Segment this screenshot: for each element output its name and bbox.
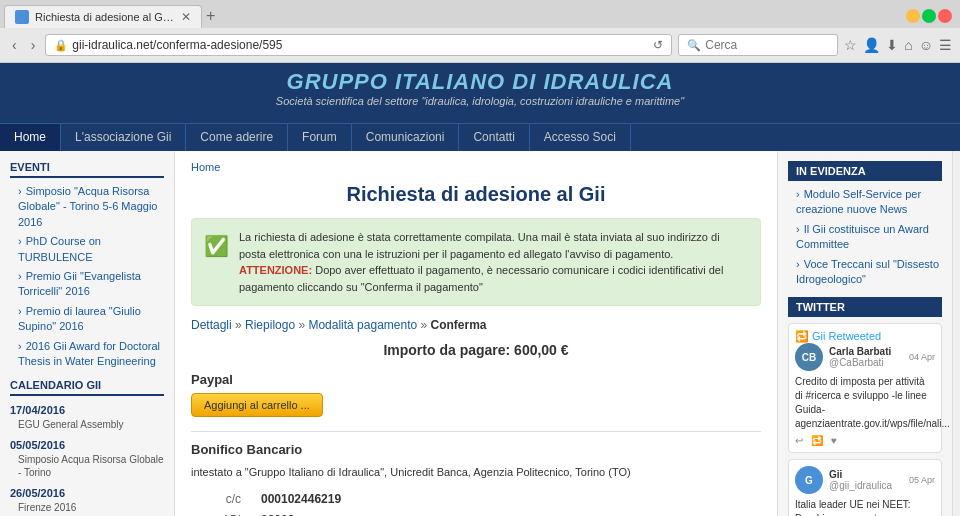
sidebar-item-simposio[interactable]: Simposio "Acqua Risorsa Globale" - Torin… xyxy=(10,184,164,230)
home-icon[interactable]: ⌂ xyxy=(904,37,912,53)
menu-icon[interactable]: ☰ xyxy=(939,37,952,53)
center-content: Home Richiesta di adesione al Gii ✅ La r… xyxy=(175,151,777,516)
url-box[interactable]: 🔒 gii-idraulica.net/conferma-adesione/59… xyxy=(45,34,672,56)
evidenza-item-2[interactable]: Voce Treccani sul "Dissesto Idrogeologic… xyxy=(788,257,942,288)
bonifico-intestato: intestato a "Gruppo Italiano di Idraulic… xyxy=(191,463,761,483)
right-sidebar: IN EVIDENZA Modulo Self-Service per crea… xyxy=(777,151,952,516)
scrollbar[interactable] xyxy=(952,151,960,516)
calendar-date-0: 17/04/2016 xyxy=(10,404,164,416)
site-subtitle: Società scientifica del settore "idrauli… xyxy=(276,95,684,107)
site-title: GRUPPO ITALIANO DI IDRAULICA xyxy=(287,69,674,95)
tweet-1-identity: Gii @gii_idraulica xyxy=(829,469,892,491)
calendar-event-1: Simposio Acqua Risorsa Globale - Torino xyxy=(10,453,164,479)
tweet-0-date: 04 Apr xyxy=(909,352,935,362)
tweet-0-handle: @CaBarbati xyxy=(829,357,891,368)
url-secure-icon: 🔒 xyxy=(54,39,68,52)
forward-button[interactable]: › xyxy=(27,35,40,55)
emoji-icon[interactable]: ☺ xyxy=(919,37,933,53)
nav-item-forum[interactable]: Forum xyxy=(288,124,352,151)
maximize-button[interactable] xyxy=(922,9,936,23)
retweet-action-icon[interactable]: 🔁 xyxy=(811,435,823,446)
bank-row-cc: c/c 000102446219 xyxy=(191,489,761,511)
attenzione-label: ATTENZIONE: xyxy=(239,264,312,276)
abi-label: ABI xyxy=(191,510,241,516)
steps-conferma: Conferma xyxy=(431,318,487,332)
calendar-event-0: EGU General Assembly xyxy=(10,418,164,431)
retweet-icon: 🔁 Gii Retweeted xyxy=(795,330,881,343)
tweet-0-name: Carla Barbati xyxy=(829,346,891,357)
importo-total: Importo da pagare: 600,00 € xyxy=(191,342,761,358)
reply-icon[interactable]: ↩ xyxy=(795,435,803,446)
browser-chrome: Richiesta di adesione al Gii ... ✕ + ‹ ›… xyxy=(0,0,960,63)
tab-favicon xyxy=(15,10,29,24)
paypal-section-title: Paypal xyxy=(191,372,761,387)
nav-item-home[interactable]: Home xyxy=(0,124,61,151)
calendar-event-2: Firenze 2016 xyxy=(10,501,164,514)
abi-value: 02008 xyxy=(261,510,294,516)
window-controls xyxy=(906,9,956,23)
nav-item-associazione[interactable]: L'associazione Gii xyxy=(61,124,186,151)
attenzione-text: Dopo aver effettuato il pagamento, è nec… xyxy=(239,264,723,293)
search-icon: 🔍 xyxy=(687,39,701,52)
sidebar-item-premio-laurea[interactable]: Premio di laurea "Giulio Supino" 2016 xyxy=(10,304,164,335)
tab-title: Richiesta di adesione al Gii ... xyxy=(35,11,175,23)
sidebar-item-phd[interactable]: PhD Course on TURBULENCE xyxy=(10,234,164,265)
left-sidebar: EVENTI Simposio "Acqua Risorsa Globale" … xyxy=(0,151,175,516)
back-button[interactable]: ‹ xyxy=(8,35,21,55)
tweet-0-actions: ↩ 🔁 ♥ xyxy=(795,435,935,446)
calendar-date-2: 26/05/2016 xyxy=(10,487,164,499)
tweet-1-avatar: G xyxy=(795,466,823,494)
steps-modalita[interactable]: Modalità pagamento xyxy=(308,318,417,332)
close-button[interactable] xyxy=(938,9,952,23)
tweet-1-date: 05 Apr xyxy=(909,475,935,485)
evidenza-item-0[interactable]: Modulo Self-Service per creazione nuove … xyxy=(788,187,942,218)
success-message: La richiesta di adesione è stata corrett… xyxy=(239,229,748,295)
bookmark-icon[interactable]: ☆ xyxy=(844,37,857,53)
search-box[interactable]: 🔍 xyxy=(678,34,838,56)
steps-riepilogo[interactable]: Riepilogo xyxy=(245,318,295,332)
steps-dettagli[interactable]: Dettagli xyxy=(191,318,232,332)
search-input[interactable] xyxy=(705,38,805,52)
refresh-button[interactable]: ↺ xyxy=(653,38,663,52)
breadcrumb: Home xyxy=(191,161,761,173)
tab-close-button[interactable]: ✕ xyxy=(181,10,191,24)
like-icon[interactable]: ♥ xyxy=(831,435,837,446)
tweet-0-header: CB Carla Barbati @CaBarbati 04 Apr xyxy=(795,343,935,371)
minimize-button[interactable] xyxy=(906,9,920,23)
cc-label: c/c xyxy=(191,489,241,511)
section-divider xyxy=(191,431,761,432)
site-header: GRUPPO ITALIANO DI IDRAULICA Società sci… xyxy=(0,63,960,123)
calendar-date-1: 05/05/2016 xyxy=(10,439,164,451)
tweet-1-text: Italia leader UE nei NEET: Draghi preocc… xyxy=(795,498,935,516)
evidenza-item-1[interactable]: Il Gii costituisce un Award Committee xyxy=(788,222,942,253)
paypal-button[interactable]: Aggiungi al carrello ... xyxy=(191,393,323,417)
tweet-1-header: G Gii @gii_idraulica 05 Apr xyxy=(795,466,935,494)
sidebar-item-premio-gii[interactable]: Premio Gii "Evangelista Torricelli" 2016 xyxy=(10,269,164,300)
download-icon[interactable]: ⬇ xyxy=(886,37,898,53)
page-content: GRUPPO ITALIANO DI IDRAULICA Società sci… xyxy=(0,63,960,516)
nav-item-comunicazioni[interactable]: Comunicazioni xyxy=(352,124,460,151)
twitter-title: TWITTER xyxy=(788,297,942,317)
tweet-1-name: Gii xyxy=(829,469,892,480)
url-text: gii-idraulica.net/conferma-adesione/595 xyxy=(72,38,649,52)
tab-bar: Richiesta di adesione al Gii ... ✕ + xyxy=(0,0,960,28)
bank-table: intestato a "Gruppo Italiano di Idraulic… xyxy=(191,463,761,516)
eventi-title: EVENTI xyxy=(10,161,164,178)
success-box: ✅ La richiesta di adesione è stata corre… xyxy=(191,218,761,306)
tweet-0-avatar: CB xyxy=(795,343,823,371)
breadcrumb-home[interactable]: Home xyxy=(191,161,220,173)
sidebar-item-award[interactable]: 2016 Gii Award for Doctoral Thesis in Wa… xyxy=(10,339,164,370)
cc-value: 000102446219 xyxy=(261,489,341,511)
nav-item-accesso[interactable]: Accesso Soci xyxy=(530,124,631,151)
bank-row-abi: ABI 02008 xyxy=(191,510,761,516)
nav-item-contatti[interactable]: Contatti xyxy=(459,124,529,151)
toolbar-icons: ☆ 👤 ⬇ ⌂ ☺ ☰ xyxy=(844,37,952,53)
new-tab-button[interactable]: + xyxy=(206,7,215,25)
nav-item-aderire[interactable]: Come aderire xyxy=(186,124,288,151)
main-layout: EVENTI Simposio "Acqua Risorsa Globale" … xyxy=(0,151,960,516)
user-icon[interactable]: 👤 xyxy=(863,37,880,53)
twitter-section: TWITTER 🔁 Gii Retweeted CB Carla Barbati… xyxy=(788,297,942,516)
active-tab[interactable]: Richiesta di adesione al Gii ... ✕ xyxy=(4,5,202,28)
tweet-0-identity: Carla Barbati @CaBarbati xyxy=(829,346,891,368)
tweet-1: G Gii @gii_idraulica 05 Apr Italia leade… xyxy=(788,459,942,516)
